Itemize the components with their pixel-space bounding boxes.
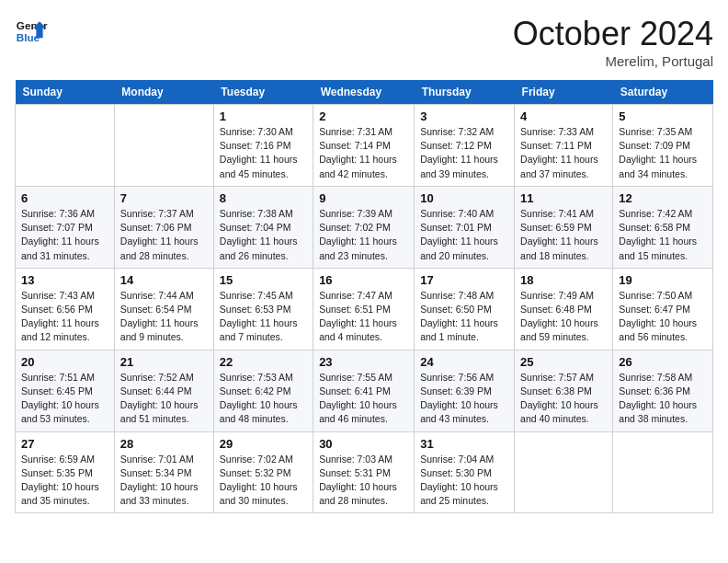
day-info: Sunrise: 7:38 AMSunset: 7:04 PMDaylight:…	[220, 207, 307, 263]
day-number: 4	[520, 109, 607, 123]
day-cell: 28Sunrise: 7:01 AMSunset: 5:34 PMDayligh…	[114, 431, 213, 513]
day-number: 15	[220, 273, 307, 287]
day-number: 1	[220, 109, 307, 123]
day-cell: 19Sunrise: 7:50 AMSunset: 6:47 PMDayligh…	[613, 268, 713, 350]
day-info: Sunrise: 6:59 AMSunset: 5:35 PMDaylight:…	[21, 453, 108, 509]
day-number: 14	[120, 273, 208, 287]
day-info: Sunrise: 7:56 AMSunset: 6:39 PMDaylight:…	[420, 371, 508, 427]
day-cell: 20Sunrise: 7:51 AMSunset: 6:45 PMDayligh…	[16, 350, 115, 431]
day-info: Sunrise: 7:30 AMSunset: 7:16 PMDaylight:…	[220, 125, 307, 181]
weekday-header-saturday: Saturday	[613, 80, 713, 105]
day-number: 24	[420, 355, 508, 369]
weekday-header-thursday: Thursday	[415, 80, 515, 105]
day-number: 3	[420, 109, 508, 123]
day-number: 18	[520, 273, 607, 287]
day-info: Sunrise: 7:04 AMSunset: 5:30 PMDaylight:…	[420, 453, 508, 509]
weekday-header-wednesday: Wednesday	[313, 80, 415, 105]
day-number: 7	[120, 191, 208, 205]
day-number: 22	[220, 355, 307, 369]
day-info: Sunrise: 7:48 AMSunset: 6:50 PMDaylight:…	[420, 289, 508, 345]
calendar-table: SundayMondayTuesdayWednesdayThursdayFrid…	[15, 80, 713, 513]
day-info: Sunrise: 7:49 AMSunset: 6:48 PMDaylight:…	[520, 289, 607, 345]
day-cell: 27Sunrise: 6:59 AMSunset: 5:35 PMDayligh…	[16, 431, 115, 513]
day-cell: 14Sunrise: 7:44 AMSunset: 6:54 PMDayligh…	[114, 268, 213, 350]
day-number: 27	[21, 437, 108, 451]
month-title: October 2024	[513, 15, 713, 53]
day-number: 20	[21, 355, 108, 369]
week-row-1: 1Sunrise: 7:30 AMSunset: 7:16 PMDaylight…	[16, 105, 713, 187]
day-cell: 4Sunrise: 7:33 AMSunset: 7:11 PMDaylight…	[515, 105, 613, 187]
day-cell: 10Sunrise: 7:40 AMSunset: 7:01 PMDayligh…	[415, 186, 515, 268]
day-info: Sunrise: 7:03 AMSunset: 5:31 PMDaylight:…	[319, 453, 408, 509]
weekday-header-sunday: Sunday	[16, 80, 115, 105]
day-cell: 13Sunrise: 7:43 AMSunset: 6:56 PMDayligh…	[16, 268, 115, 350]
day-cell	[515, 431, 613, 513]
day-cell: 29Sunrise: 7:02 AMSunset: 5:32 PMDayligh…	[213, 431, 313, 513]
day-cell: 7Sunrise: 7:37 AMSunset: 7:06 PMDaylight…	[114, 186, 213, 268]
weekday-header-tuesday: Tuesday	[213, 80, 313, 105]
day-cell: 1Sunrise: 7:30 AMSunset: 7:16 PMDaylight…	[213, 105, 313, 187]
week-row-4: 20Sunrise: 7:51 AMSunset: 6:45 PMDayligh…	[16, 350, 713, 431]
day-info: Sunrise: 7:45 AMSunset: 6:53 PMDaylight:…	[220, 289, 307, 345]
day-cell: 21Sunrise: 7:52 AMSunset: 6:44 PMDayligh…	[114, 350, 213, 431]
day-number: 2	[319, 109, 408, 123]
day-number: 26	[619, 355, 707, 369]
day-info: Sunrise: 7:58 AMSunset: 6:36 PMDaylight:…	[619, 371, 707, 427]
day-cell: 22Sunrise: 7:53 AMSunset: 6:42 PMDayligh…	[213, 350, 313, 431]
day-info: Sunrise: 7:51 AMSunset: 6:45 PMDaylight:…	[21, 371, 108, 427]
day-number: 19	[619, 273, 707, 287]
day-number: 16	[319, 273, 408, 287]
day-number: 17	[420, 273, 508, 287]
day-info: Sunrise: 7:02 AMSunset: 5:32 PMDaylight:…	[220, 453, 307, 509]
day-cell: 2Sunrise: 7:31 AMSunset: 7:14 PMDaylight…	[313, 105, 415, 187]
day-number: 6	[21, 191, 108, 205]
header: General Blue October 2024 Merelim, Portu…	[15, 15, 713, 69]
day-cell	[114, 105, 213, 187]
week-row-2: 6Sunrise: 7:36 AMSunset: 7:07 PMDaylight…	[16, 186, 713, 268]
day-cell: 8Sunrise: 7:38 AMSunset: 7:04 PMDaylight…	[213, 186, 313, 268]
day-info: Sunrise: 7:31 AMSunset: 7:14 PMDaylight:…	[319, 125, 408, 181]
day-cell: 26Sunrise: 7:58 AMSunset: 6:36 PMDayligh…	[613, 350, 713, 431]
day-info: Sunrise: 7:55 AMSunset: 6:41 PMDaylight:…	[319, 371, 408, 427]
location: Merelim, Portugal	[513, 53, 713, 69]
day-number: 10	[420, 191, 508, 205]
day-cell: 6Sunrise: 7:36 AMSunset: 7:07 PMDaylight…	[16, 186, 115, 268]
day-number: 21	[120, 355, 208, 369]
day-number: 30	[319, 437, 408, 451]
day-info: Sunrise: 7:43 AMSunset: 6:56 PMDaylight:…	[21, 289, 108, 345]
day-cell: 9Sunrise: 7:39 AMSunset: 7:02 PMDaylight…	[313, 186, 415, 268]
day-info: Sunrise: 7:52 AMSunset: 6:44 PMDaylight:…	[120, 371, 208, 427]
logo: General Blue	[15, 15, 48, 48]
day-number: 25	[520, 355, 607, 369]
day-cell: 23Sunrise: 7:55 AMSunset: 6:41 PMDayligh…	[313, 350, 415, 431]
day-info: Sunrise: 7:40 AMSunset: 7:01 PMDaylight:…	[420, 207, 508, 263]
day-info: Sunrise: 7:44 AMSunset: 6:54 PMDaylight:…	[120, 289, 208, 345]
day-info: Sunrise: 7:50 AMSunset: 6:47 PMDaylight:…	[619, 289, 707, 345]
week-row-5: 27Sunrise: 6:59 AMSunset: 5:35 PMDayligh…	[16, 431, 713, 513]
day-number: 29	[220, 437, 307, 451]
day-cell	[16, 105, 115, 187]
day-info: Sunrise: 7:01 AMSunset: 5:34 PMDaylight:…	[120, 453, 208, 509]
day-cell	[613, 431, 713, 513]
day-info: Sunrise: 7:53 AMSunset: 6:42 PMDaylight:…	[220, 371, 307, 427]
weekday-header-friday: Friday	[515, 80, 613, 105]
day-cell: 25Sunrise: 7:57 AMSunset: 6:38 PMDayligh…	[515, 350, 613, 431]
day-cell: 30Sunrise: 7:03 AMSunset: 5:31 PMDayligh…	[313, 431, 415, 513]
day-cell: 31Sunrise: 7:04 AMSunset: 5:30 PMDayligh…	[415, 431, 515, 513]
day-info: Sunrise: 7:32 AMSunset: 7:12 PMDaylight:…	[420, 125, 508, 181]
weekday-header-row: SundayMondayTuesdayWednesdayThursdayFrid…	[16, 80, 713, 105]
day-number: 12	[619, 191, 707, 205]
day-info: Sunrise: 7:37 AMSunset: 7:06 PMDaylight:…	[120, 207, 208, 263]
day-number: 9	[319, 191, 408, 205]
day-number: 31	[420, 437, 508, 451]
day-info: Sunrise: 7:39 AMSunset: 7:02 PMDaylight:…	[319, 207, 408, 263]
day-number: 28	[120, 437, 208, 451]
day-number: 23	[319, 355, 408, 369]
weekday-header-monday: Monday	[114, 80, 213, 105]
day-info: Sunrise: 7:57 AMSunset: 6:38 PMDaylight:…	[520, 371, 607, 427]
week-row-3: 13Sunrise: 7:43 AMSunset: 6:56 PMDayligh…	[16, 268, 713, 350]
day-info: Sunrise: 7:33 AMSunset: 7:11 PMDaylight:…	[520, 125, 607, 181]
day-info: Sunrise: 7:35 AMSunset: 7:09 PMDaylight:…	[619, 125, 707, 181]
day-info: Sunrise: 7:47 AMSunset: 6:51 PMDaylight:…	[319, 289, 408, 345]
day-number: 13	[21, 273, 108, 287]
